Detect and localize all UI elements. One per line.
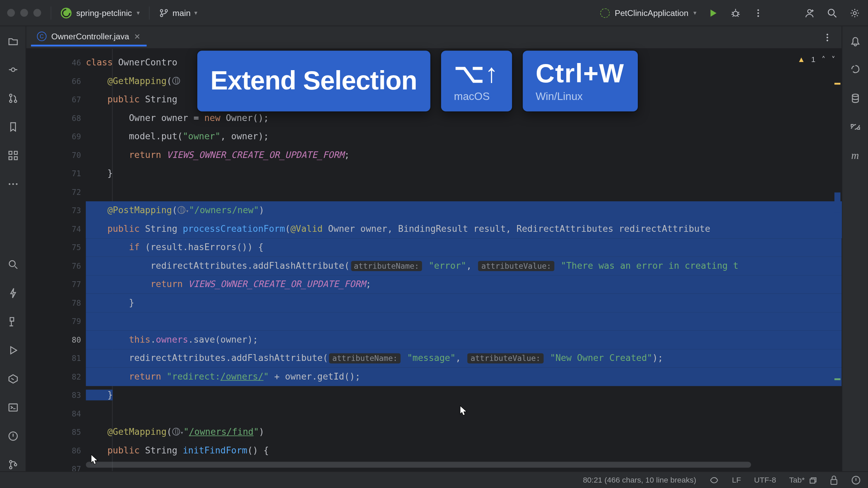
code-line[interactable]: } bbox=[86, 164, 842, 183]
tab-options-button[interactable] bbox=[822, 31, 833, 43]
line-number[interactable]: 87 bbox=[26, 460, 86, 471]
overlay-win-key: Ctrl+W bbox=[536, 58, 625, 88]
code-with-me-button[interactable] bbox=[804, 7, 815, 19]
line-number[interactable]: 46 bbox=[26, 54, 86, 72]
code-line[interactable] bbox=[86, 312, 842, 330]
line-number[interactable]: 77 bbox=[26, 275, 86, 293]
left-toolbar bbox=[0, 26, 26, 471]
structure-tool-button[interactable] bbox=[6, 149, 19, 162]
code-line[interactable]: redirectAttributes.addFlashAttribute(att… bbox=[86, 349, 842, 367]
line-number[interactable]: 80 bbox=[26, 331, 86, 349]
line-number[interactable]: 78 bbox=[26, 294, 86, 312]
prev-highlight-button[interactable]: ˄ bbox=[822, 55, 826, 64]
inspection-widget[interactable]: ▲ 1 ˄ ˅ bbox=[797, 55, 836, 64]
database-button[interactable] bbox=[849, 92, 862, 105]
ai-assistant-button[interactable] bbox=[849, 63, 862, 76]
line-number[interactable]: 68 bbox=[26, 109, 86, 127]
line-number[interactable]: 71 bbox=[26, 164, 86, 183]
search-button[interactable] bbox=[826, 7, 838, 19]
line-number[interactable]: 85 bbox=[26, 423, 86, 441]
code-line[interactable]: return VIEWS_OWNER_CREATE_OR_UPDATE_FORM… bbox=[86, 275, 842, 293]
overlay-title-box: Extend Selection bbox=[197, 50, 430, 111]
debug-button[interactable] bbox=[730, 7, 742, 19]
find-tool-button[interactable] bbox=[6, 258, 19, 271]
indent-settings[interactable]: Tab* bbox=[789, 475, 817, 484]
problems-tool-button[interactable] bbox=[6, 430, 19, 443]
line-number[interactable]: 70 bbox=[26, 146, 86, 164]
svg-rect-17 bbox=[14, 157, 17, 160]
close-window-button[interactable] bbox=[7, 9, 15, 17]
code-line[interactable]: return VIEWS_OWNER_CREATE_OR_UPDATE_FORM… bbox=[86, 146, 842, 164]
file-encoding[interactable]: UTF-8 bbox=[754, 475, 776, 484]
line-number[interactable]: 74 bbox=[26, 220, 86, 238]
svg-rect-15 bbox=[8, 157, 12, 160]
line-number[interactable]: 66 bbox=[26, 72, 86, 90]
line-number[interactable]: 83 bbox=[26, 386, 86, 404]
svg-point-7 bbox=[808, 9, 811, 13]
more-actions-button[interactable] bbox=[752, 7, 764, 19]
code-line[interactable]: if (result.hasErrors()) { bbox=[86, 238, 842, 257]
run-tool-button[interactable] bbox=[6, 344, 19, 357]
code-area[interactable]: class OwnerContro @GetMapping( public St… bbox=[86, 49, 842, 471]
svg-point-25 bbox=[9, 467, 12, 469]
code-line[interactable]: public String processCreationForm(@Valid… bbox=[86, 220, 842, 238]
services-tool-button[interactable] bbox=[6, 372, 19, 386]
code-line[interactable]: this.owners.save(owner); bbox=[86, 331, 842, 349]
run-configuration-selector[interactable]: PetClinicApplication ▾ bbox=[600, 8, 696, 18]
line-number[interactable]: 73 bbox=[26, 201, 86, 220]
error-stripe[interactable] bbox=[834, 49, 841, 471]
actions-tool-button[interactable] bbox=[6, 287, 19, 300]
tab-ownercontroller[interactable]: C OwnerController.java ✕ bbox=[31, 28, 146, 46]
vcs-branch-selector[interactable]: main ▾ bbox=[159, 8, 197, 18]
line-number[interactable]: 67 bbox=[26, 90, 86, 109]
run-button[interactable] bbox=[707, 7, 719, 19]
code-line[interactable]: model.put("owner", owner); bbox=[86, 127, 842, 146]
line-number[interactable]: 82 bbox=[26, 368, 86, 386]
code-line[interactable]: @GetMapping(▾"/owners/find") bbox=[86, 423, 842, 441]
line-number[interactable]: 76 bbox=[26, 257, 86, 275]
bookmarks-tool-button[interactable] bbox=[6, 120, 19, 134]
minimize-window-button[interactable] bbox=[20, 9, 28, 17]
code-line[interactable]: return "redirect:/owners/" + owner.getId… bbox=[86, 368, 842, 386]
vcs-tool-button[interactable] bbox=[6, 458, 19, 471]
endpoints-button[interactable] bbox=[849, 120, 862, 134]
line-number[interactable]: 84 bbox=[26, 405, 86, 423]
zoom-window-button[interactable] bbox=[33, 9, 41, 17]
project-selector[interactable]: spring-petclinic ▾ bbox=[61, 7, 140, 18]
code-line[interactable]: Owner owner = new Owner(); bbox=[86, 109, 842, 127]
settings-button[interactable] bbox=[849, 7, 861, 19]
pull-requests-tool-button[interactable] bbox=[6, 92, 19, 105]
caret-position[interactable]: 80:21 (466 chars, 10 line breaks) bbox=[583, 475, 696, 484]
problems-indicator[interactable] bbox=[851, 475, 861, 485]
line-number-gutter[interactable]: 46 66 67 68 69 70 71 72 73 74 75 76 77 7… bbox=[26, 49, 86, 471]
code-line[interactable]: } bbox=[86, 386, 842, 404]
notifications-button[interactable] bbox=[849, 35, 862, 48]
spellcheck-button[interactable] bbox=[709, 476, 719, 484]
line-number[interactable]: 69 bbox=[26, 127, 86, 146]
more-tool-button[interactable] bbox=[6, 178, 19, 191]
code-line[interactable] bbox=[86, 183, 842, 201]
terminal-tool-button[interactable] bbox=[6, 401, 19, 414]
code-line[interactable]: redirectAttributes.addFlashAttribute(att… bbox=[86, 257, 842, 275]
line-number[interactable]: 79 bbox=[26, 312, 86, 330]
line-number[interactable]: 86 bbox=[26, 442, 86, 460]
editor[interactable]: ▲ 1 ˄ ˅ 46 66 67 68 69 70 71 72 73 74 75… bbox=[26, 49, 842, 471]
code-line[interactable]: } bbox=[86, 294, 842, 312]
svg-point-28 bbox=[827, 36, 828, 38]
code-line[interactable]: public String initFindForm() { bbox=[86, 442, 842, 460]
run-config-icon bbox=[600, 8, 610, 18]
readonly-toggle[interactable] bbox=[830, 475, 838, 485]
code-line[interactable] bbox=[86, 405, 842, 423]
close-tab-button[interactable]: ✕ bbox=[134, 32, 140, 41]
horizontal-scrollbar[interactable] bbox=[86, 462, 751, 468]
commit-tool-button[interactable] bbox=[6, 63, 19, 76]
build-tool-button[interactable] bbox=[6, 315, 19, 328]
code-line[interactable]: @PostMapping(▾"/owners/new") bbox=[86, 201, 842, 220]
line-separator[interactable]: LF bbox=[732, 475, 741, 484]
maven-button[interactable]: m bbox=[849, 149, 862, 162]
line-number[interactable]: 75 bbox=[26, 238, 86, 257]
line-number[interactable]: 72 bbox=[26, 183, 86, 201]
line-number[interactable]: 81 bbox=[26, 349, 86, 367]
next-highlight-button[interactable]: ˅ bbox=[831, 55, 835, 64]
project-tool-button[interactable] bbox=[6, 35, 19, 48]
